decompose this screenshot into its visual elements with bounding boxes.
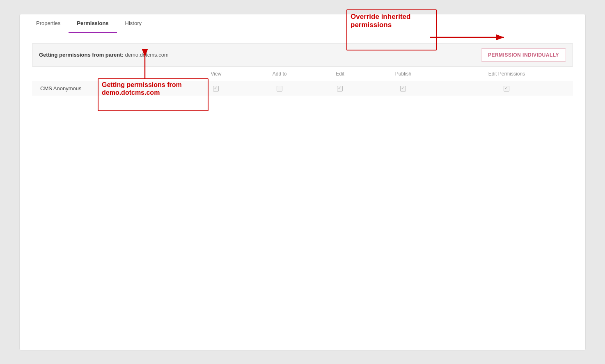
role-name-cell: CMS Anonymous [32,81,187,96]
view-checkbox[interactable] [213,86,219,92]
col-header-add-to: Add to [245,67,314,81]
content-area: Getting permissions from parent: demo.do… [20,33,585,106]
col-header-view: View [187,67,245,81]
tab-properties[interactable]: Properties [28,14,69,33]
permission-individually-button[interactable]: PERMISSION INDIVIDUALLY [481,48,566,62]
tab-permissions[interactable]: Permissions [69,14,117,33]
permissions-source-text: Getting permissions from parent: demo.do… [39,52,169,58]
table-row: CMS Anonymous [32,81,573,96]
edit-checkbox[interactable] [337,86,343,92]
col-header-publish: Publish [366,67,440,81]
edit-permissions-checkbox[interactable] [504,86,509,92]
edit-permissions-cell [440,81,573,96]
edit-cell [314,81,366,96]
view-cell [187,81,245,96]
main-container: Properties Permissions History Getting p… [19,14,586,350]
col-header-edit: Edit [314,67,366,81]
permissions-table: View Add to Edit Publish Edit Permission… [32,67,573,96]
add-to-cell [245,81,314,96]
col-header-edit-permissions: Edit Permissions [440,67,573,81]
publish-cell [366,81,440,96]
add-to-checkbox[interactable] [277,86,282,92]
permissions-bar: Getting permissions from parent: demo.do… [32,43,573,67]
publish-checkbox[interactable] [400,86,406,92]
tabs-bar: Properties Permissions History [20,14,585,33]
col-header-role [32,67,187,81]
tab-history[interactable]: History [117,14,150,33]
